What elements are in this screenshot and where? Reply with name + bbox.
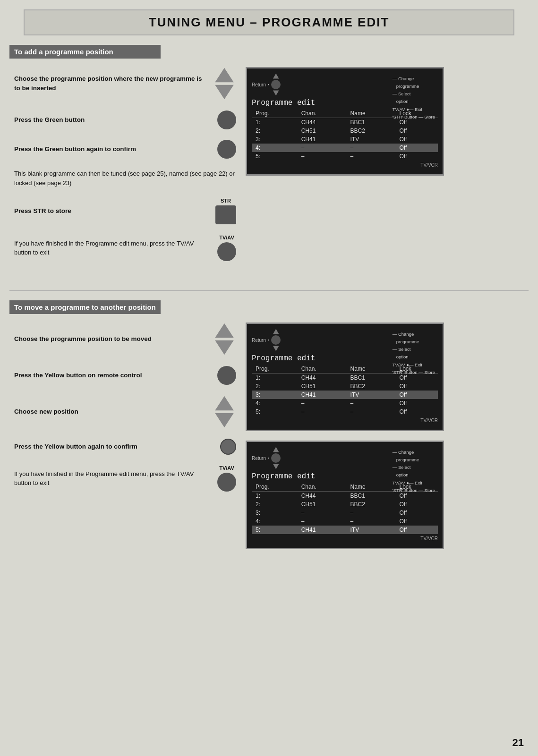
s1-btn-updown-1 xyxy=(213,67,236,100)
s2-instruction-1: Choose the programme position to be move… xyxy=(14,323,236,356)
s1-str-btn[interactable] xyxy=(215,205,236,224)
page-number: 21 xyxy=(512,737,524,749)
page-wrapper: TUNING MENU – PROGRAMME EDIT To add a pr… xyxy=(0,0,538,756)
section-divider xyxy=(9,290,529,291)
table-row: 2:CH51BBC2Off xyxy=(252,127,438,135)
s2-tv-footer-1: TV/VCR xyxy=(252,418,438,423)
table-row: 5:––Off xyxy=(252,408,438,416)
section1-left: Choose the programme position where the … xyxy=(9,67,236,272)
s2-text-3: Choose new position xyxy=(14,407,204,416)
s1-instruction-1: Choose the programme position where the … xyxy=(14,67,236,100)
s1-text-2: Press the Green button xyxy=(14,115,209,125)
s1-text-6: If you have finished in the Programme ed… xyxy=(14,239,209,257)
s1-instruction-3: Press the Green button again to confirm xyxy=(14,140,236,159)
s1-tv-info: — Change programme — Select option TV/AV… xyxy=(393,75,435,121)
s1-col-chan: Chan. xyxy=(298,109,347,118)
s2-btn-updown-2 xyxy=(213,395,236,428)
s1-text-1: Choose the programme position where the … xyxy=(14,74,204,93)
s2-tv-info-1: — Change programme — Select option TV/AV… xyxy=(393,331,435,376)
s2-text-1: Choose the programme position to be move… xyxy=(14,334,204,344)
s2-btn-updown-1 xyxy=(213,323,236,356)
table-row: 4:––Off xyxy=(252,399,438,408)
s2-up-triangle-2[interactable] xyxy=(214,395,235,411)
s1-green-btn[interactable] xyxy=(217,110,236,129)
s1-str-area: STR xyxy=(215,198,236,224)
table-row-highlighted: 5:CH41ITVOff xyxy=(252,526,438,534)
section1-right: Return ▪ — Change programme — Select opt… xyxy=(236,67,529,272)
s2-instruction-4: Press the Yellow button again to confirm xyxy=(14,439,236,455)
s2-return-label-1: Return xyxy=(252,338,266,343)
tv-screen-3: Return ▪ — Change programme — Select opt… xyxy=(246,441,444,549)
s1-str-label: STR xyxy=(221,198,231,204)
section2-right: Return ▪ — Change programme — Select opt… xyxy=(236,323,529,559)
s2-tvav-label: TV/AV xyxy=(219,465,234,471)
section2-content: Choose the programme position to be move… xyxy=(9,323,529,559)
page-title: TUNING MENU – PROGRAMME EDIT xyxy=(25,15,513,30)
s2-tvav-btn[interactable] xyxy=(217,473,236,492)
s2-text-5: If you have finished in the Programme ed… xyxy=(14,469,209,488)
s1-col-prog: Prog. xyxy=(252,109,298,118)
s2-return-label-2: Return xyxy=(252,456,266,461)
table-row: 3:CH41ITVOff xyxy=(252,135,438,144)
table-row: 2:CH51BBC2Off xyxy=(252,500,438,509)
s2-instruction-3: Choose new position xyxy=(14,395,236,428)
s2-tv-info-2: — Change programme — Select option TV/AV… xyxy=(393,449,435,494)
s2-down-triangle[interactable] xyxy=(214,340,235,356)
table-row: 5:––Off xyxy=(252,152,438,161)
section1-block: To add a programme position Choose the p… xyxy=(9,45,529,272)
s2-down-triangle-2[interactable] xyxy=(214,412,235,428)
s1-instruction-2: Press the Green button xyxy=(14,110,236,129)
s1-text-3: Press the Green button again to confirm xyxy=(14,144,209,154)
s1-instruction-4: This blank programme can then be tuned (… xyxy=(14,169,236,187)
s1-instruction-5: Press STR to store STR xyxy=(14,198,236,224)
table-row-highlighted: 4:––Off xyxy=(252,144,438,152)
section2-header: To move a programme to another position xyxy=(9,300,161,314)
table-row-highlighted: 3:CH41ITVOff xyxy=(252,391,438,399)
s2-tvav-area: TV/AV xyxy=(217,465,236,492)
s2-yellow-btn[interactable] xyxy=(217,366,236,385)
s2-text-4: Press the Yellow button again to confirm xyxy=(14,442,212,451)
s2-up-triangle[interactable] xyxy=(214,323,235,339)
s1-text-5: Press STR to store xyxy=(14,206,207,216)
s1-instruction-6: If you have finished in the Programme ed… xyxy=(14,235,236,261)
s1-tvav-btn[interactable] xyxy=(217,242,236,261)
section1-content: Choose the programme position where the … xyxy=(9,67,529,272)
s1-text-4: This blank programme can then be tuned (… xyxy=(14,169,236,187)
s2-text-2: Press the Yellow button on remote contro… xyxy=(14,371,209,380)
s1-tv-footer: TV/VCR xyxy=(252,162,438,168)
s2-yellow-btn-2[interactable] xyxy=(220,439,236,455)
table-row: 4:––Off xyxy=(252,517,438,526)
s1-col-name: Name xyxy=(347,109,396,118)
section1-header: To add a programme position xyxy=(9,45,161,59)
tv-screen-2: Return ▪ — Change programme — Select opt… xyxy=(246,323,444,431)
s2-instruction-5: If you have finished in the Programme ed… xyxy=(14,465,236,492)
section2-block: To move a programme to another position … xyxy=(9,300,529,559)
s1-tvav-area: TV/AV xyxy=(217,235,236,261)
page-title-bar: TUNING MENU – PROGRAMME EDIT xyxy=(24,9,514,35)
down-triangle-1[interactable] xyxy=(214,84,235,100)
s2-tv-footer-2: TV/VCR xyxy=(252,536,438,541)
section2-left: Choose the programme position to be move… xyxy=(9,323,236,559)
s2-instruction-2: Press the Yellow button on remote contro… xyxy=(14,366,236,385)
up-triangle-1[interactable] xyxy=(214,67,235,83)
s1-return-label: Return xyxy=(252,82,266,87)
table-row: 3:––Off xyxy=(252,509,438,517)
s1-green-btn-2[interactable] xyxy=(217,140,236,159)
s1-tvav-label: TV/AV xyxy=(219,235,234,240)
tv-screen-1: Return ▪ — Change programme — Select opt… xyxy=(246,67,444,176)
table-row: 2:CH51BBC2Off xyxy=(252,382,438,391)
